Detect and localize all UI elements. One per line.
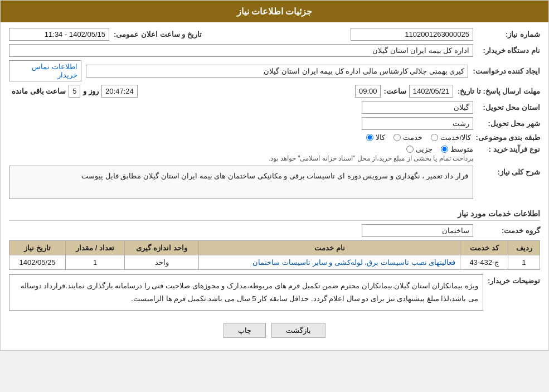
table-row: 1 ج-432-43 فعالیتهای نصب تاسیسات برق، لو…: [9, 255, 540, 270]
process-type-note: پرداخت تمام یا بخشی از مبلغ خرید،از محل …: [269, 154, 473, 162]
response-date: 1402/05/21: [409, 85, 453, 98]
announce-date-value: 1402/05/15 - 11:34: [9, 28, 109, 41]
category-kala-label: کالا: [376, 133, 385, 142]
process-jozee-radio[interactable]: [406, 146, 414, 153]
buyer-notes-label: توضیحات خریدار:: [483, 274, 540, 285]
process-motavasset[interactable]: متوسط: [441, 145, 473, 153]
cell-service-code: ج-432-43: [460, 255, 508, 270]
response-remaining-label: ساعت باقی مانده: [9, 87, 69, 95]
category-options: کالا خدمت کالا/خدمت: [366, 133, 472, 142]
category-kala-radio[interactable]: [366, 134, 373, 141]
cell-quantity: 1: [66, 255, 125, 270]
cell-row-num: 1: [508, 255, 540, 270]
general-desc-label: شرح کلی نیاز:: [473, 166, 540, 176]
response-time-label: ساعت:: [381, 87, 409, 95]
buyer-org-row: نام دستگاه خریدار: اداره کل بیمه ایران ا…: [9, 44, 540, 57]
print-button[interactable]: چاپ: [224, 323, 266, 338]
category-label: طبقه بندی موضوعی:: [471, 133, 540, 142]
buyer-notes-value: ویژه بیمانکاران استان گیلان.بیمانکاران م…: [9, 274, 483, 311]
col-service-code: کد خدمت: [460, 241, 508, 255]
response-remaining: 20:47:24: [101, 85, 138, 98]
process-type-options: جزیی متوسط: [269, 145, 473, 153]
process-motavasset-label: متوسط: [450, 145, 473, 153]
response-deadline-label: مهلت ارسال پاسخ: تا تاریخ:: [453, 87, 540, 95]
col-date: تاریخ نیاز: [9, 241, 66, 255]
service-group-label: گروه خدمت:: [473, 226, 540, 235]
cell-unit: واحد: [124, 255, 198, 270]
services-table: ردیف کد خدمت نام خدمت واحد اندازه گیری ت…: [9, 240, 540, 270]
creator-value: کیری بهمنی جلالی کارشناس مالی اداره کل ب…: [86, 65, 468, 78]
delivery-city-row: شهر محل تحویل: رشت: [9, 117, 540, 130]
category-kala-khadamat-radio[interactable]: [431, 134, 438, 141]
back-button[interactable]: بازگشت: [271, 323, 325, 338]
category-kala-khadamat[interactable]: کالا/خدمت: [431, 133, 472, 142]
general-desc-value: قرار داد تعمیر ، نگهداری و سرویس دوره ای…: [9, 166, 473, 199]
delivery-province-row: استان محل تحویل: گیلان: [9, 101, 540, 114]
col-quantity: تعداد / مقدار: [66, 241, 125, 255]
col-unit: واحد اندازه گیری: [124, 241, 198, 255]
action-buttons: بازگشت چاپ: [9, 323, 540, 338]
buyer-notes-section: توضیحات خریدار: ویژه بیمانکاران استان گی…: [9, 274, 540, 316]
contact-link[interactable]: اطلاعات تماس خریدار: [9, 60, 81, 81]
process-motavasset-radio[interactable]: [441, 146, 448, 153]
col-row-num: ردیف: [508, 241, 540, 255]
creator-row: ایجاد کننده درخواست: کیری بهمنی جلالی کا…: [9, 60, 540, 81]
category-khadamat-label: خدمت: [403, 133, 422, 142]
niaaz-number-value: 1102001263000025: [351, 28, 473, 41]
process-jozee[interactable]: جزیی: [406, 145, 433, 153]
service-group-row: گروه خدمت: ساختمان: [9, 224, 540, 237]
response-deadline-row: مهلت ارسال پاسخ: تا تاریخ: 1402/05/21 سا…: [9, 85, 540, 98]
response-days-label: روز و: [80, 87, 101, 95]
category-kala[interactable]: کالا: [366, 133, 385, 142]
col-service-name: نام خدمت: [199, 241, 460, 255]
delivery-city-value: رشت: [362, 117, 473, 130]
page-title: جزئیات اطلاعات نیاز: [237, 7, 313, 16]
cell-date: 1402/05/25: [9, 255, 66, 270]
response-days: 5: [69, 85, 80, 98]
services-section-title: اطلاعات خدمات مورد نیاز: [9, 209, 540, 221]
niaaz-number-label: شماره نیاز:: [473, 30, 540, 38]
category-khadamat[interactable]: خدمت: [393, 133, 422, 142]
cell-service-name: فعالیتهای نصب تاسیسات برق، لوله‌کشی و سا…: [199, 255, 460, 270]
delivery-city-label: شهر محل تحویل:: [473, 119, 540, 128]
buyer-org-label: نام دستگاه خریدار:: [473, 46, 540, 55]
process-type-label: نوع فرآیند خرید :: [473, 145, 540, 153]
response-time: 09:00: [355, 85, 381, 98]
category-kala-khadamat-label: کالا/خدمت: [440, 133, 472, 142]
category-row: طبقه بندی موضوعی: کالا خدمت کالا/خدمت: [9, 133, 540, 142]
delivery-province-value: گیلان: [362, 101, 473, 114]
buyer-org-value: اداره کل بیمه ایران استان گیلان: [9, 44, 473, 57]
announce-date-label: تاریخ و ساعت اعلان عمومی:: [109, 30, 202, 38]
general-desc-section: شرح کلی نیاز: قرار داد تعمیر ، نگهداری و…: [9, 166, 540, 204]
page-header: جزئیات اطلاعات نیاز: [1, 1, 548, 22]
service-group-value: ساختمان: [362, 224, 473, 237]
table-header-row: ردیف کد خدمت نام خدمت واحد اندازه گیری ت…: [9, 241, 540, 255]
process-type-row: نوع فرآیند خرید : جزیی متوسط پرداخت تمام…: [9, 145, 540, 162]
process-jozee-label: جزیی: [416, 145, 433, 153]
category-khadamat-radio[interactable]: [393, 134, 401, 141]
niaaz-number-row: شماره نیاز: 1102001263000025 تاریخ و ساع…: [9, 28, 540, 41]
delivery-province-label: استان محل تحویل:: [473, 103, 540, 112]
creator-label: ایجاد کننده درخواست:: [468, 67, 540, 75]
